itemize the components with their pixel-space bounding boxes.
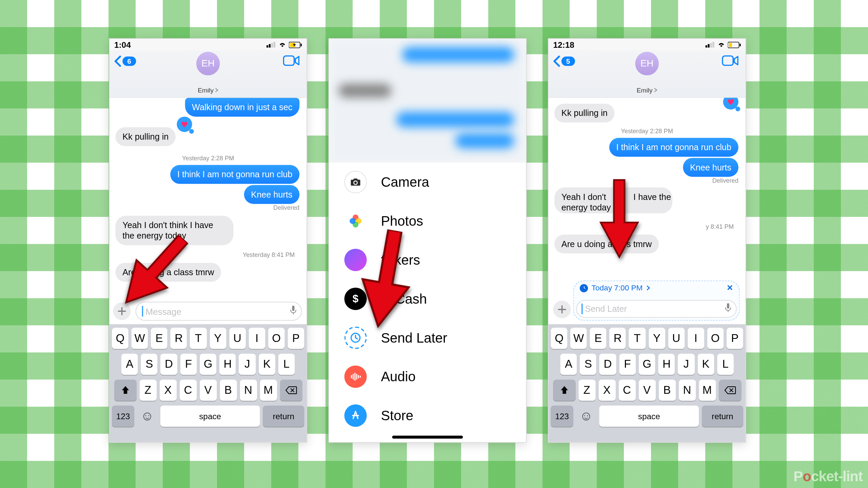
key-b[interactable]: B (220, 380, 237, 401)
contact-name-button[interactable]: Emily (198, 86, 218, 94)
key-i[interactable]: I (249, 328, 265, 349)
key-a[interactable]: A (121, 354, 138, 375)
return-key[interactable]: return (702, 406, 743, 427)
key-z[interactable]: Z (578, 380, 595, 401)
emoji-key[interactable]: ☺ (137, 406, 157, 427)
key-t[interactable]: T (629, 328, 646, 349)
key-z[interactable]: Z (139, 380, 156, 401)
menu-item-audio[interactable]: Audio (329, 357, 526, 396)
shift-key[interactable] (553, 380, 575, 401)
emoji-key[interactable]: ☺ (576, 406, 596, 427)
key-b[interactable]: B (658, 380, 675, 401)
key-q[interactable]: Q (551, 328, 568, 349)
backspace-key[interactable] (719, 380, 741, 401)
return-key[interactable]: return (263, 406, 304, 427)
key-h[interactable]: H (219, 354, 236, 375)
message-input[interactable]: Send Later (576, 300, 736, 318)
key-v[interactable]: V (638, 380, 655, 401)
key-p[interactable]: P (288, 328, 304, 349)
number-key[interactable]: 123 (112, 406, 134, 427)
plus-button[interactable] (553, 301, 571, 318)
space-key[interactable]: space (160, 406, 260, 427)
message-input[interactable]: Message (136, 302, 302, 321)
heart-reaction[interactable] (177, 117, 192, 132)
key-l[interactable]: L (717, 354, 734, 375)
plus-button[interactable] (113, 302, 131, 320)
key-v[interactable]: V (199, 380, 216, 401)
key-f[interactable]: F (619, 354, 636, 375)
message-incoming[interactable]: Kk pulling in (115, 127, 176, 146)
number-key[interactable]: 123 (551, 406, 573, 427)
home-indicator[interactable] (392, 436, 463, 439)
message-outgoing[interactable]: Knee hurts (683, 158, 738, 177)
message-outgoing[interactable]: I think I am not gonna run club (609, 138, 738, 157)
key-w[interactable]: W (570, 328, 587, 349)
facetime-button[interactable] (283, 55, 300, 68)
key-n[interactable]: N (240, 380, 257, 401)
key-w[interactable]: W (132, 328, 148, 349)
key-a[interactable]: A (560, 354, 577, 375)
key-p[interactable]: P (727, 328, 743, 349)
menu-item-photos[interactable]: Photos (329, 202, 526, 241)
key-c[interactable]: C (179, 380, 196, 401)
message-outgoing[interactable]: I think I am not gonna run club (170, 165, 299, 184)
shift-key[interactable] (114, 380, 136, 401)
menu-item-send-later[interactable]: Send Later (329, 318, 526, 357)
menu-item-store[interactable]: Store (329, 396, 526, 435)
back-button[interactable]: 5 (552, 55, 575, 67)
backspace-key[interactable] (280, 380, 302, 401)
cancel-schedule-button[interactable]: ✕ (727, 284, 733, 292)
key-f[interactable]: F (180, 354, 197, 375)
message-thread[interactable]: Kk pulling in Yesterday 2:28 PM I think … (549, 98, 746, 273)
key-m[interactable]: M (260, 380, 277, 401)
key-l[interactable]: L (278, 354, 295, 375)
key-y[interactable]: Y (210, 328, 226, 349)
key-k[interactable]: K (258, 354, 275, 375)
key-s[interactable]: S (141, 354, 158, 375)
key-d[interactable]: D (599, 354, 616, 375)
facetime-button[interactable] (722, 55, 738, 68)
key-h[interactable]: H (658, 354, 675, 375)
message-thread[interactable]: Walking down in just a sec Kk pulling in… (110, 98, 307, 299)
key-e[interactable]: E (590, 328, 607, 349)
key-o[interactable]: O (707, 328, 724, 349)
contact-name-button[interactable]: Emily (637, 86, 657, 94)
back-button[interactable]: 6 (113, 55, 136, 67)
key-m[interactable]: M (698, 380, 715, 401)
schedule-banner[interactable]: Today 7:00 PM ✕ (580, 284, 733, 292)
contact-avatar[interactable]: EH (196, 52, 220, 76)
key-j[interactable]: J (678, 354, 694, 375)
message-incoming[interactable]: Kk pulling in (554, 104, 615, 123)
key-k[interactable]: K (697, 354, 714, 375)
key-u[interactable]: U (229, 328, 246, 349)
key-c[interactable]: C (618, 380, 635, 401)
message-incoming[interactable]: Are u doing a s tmrw (554, 235, 659, 253)
key-e[interactable]: E (151, 328, 167, 349)
key-g[interactable]: G (200, 354, 216, 375)
message-incoming[interactable]: Areg a class tmrw (115, 263, 221, 282)
message-outgoing[interactable]: Knee hurts (244, 185, 299, 204)
key-r[interactable]: R (171, 328, 187, 349)
heart-reaction[interactable] (723, 98, 738, 109)
key-x[interactable]: X (159, 380, 176, 401)
key-t[interactable]: T (190, 328, 206, 349)
menu-item-stickers[interactable]: tickers (329, 241, 526, 280)
key-s[interactable]: S (580, 354, 596, 375)
key-i[interactable]: I (688, 328, 704, 349)
dictation-button[interactable] (290, 306, 296, 317)
message-outgoing[interactable]: Walking down in just a sec (185, 98, 299, 117)
key-j[interactable]: J (239, 354, 256, 375)
menu-item-apple-cash[interactable]: $ le Cash (329, 279, 526, 318)
message-incoming[interactable]: Yeah I don't think I have the energy tod… (115, 216, 233, 245)
key-u[interactable]: U (668, 328, 685, 349)
key-n[interactable]: N (678, 380, 695, 401)
key-o[interactable]: O (268, 328, 285, 349)
menu-item-camera[interactable]: Camera (329, 163, 526, 202)
key-d[interactable]: D (160, 354, 177, 375)
key-x[interactable]: X (598, 380, 615, 401)
space-key[interactable]: space (599, 406, 699, 427)
key-q[interactable]: Q (112, 328, 129, 349)
key-y[interactable]: Y (648, 328, 665, 349)
key-r[interactable]: R (609, 328, 626, 349)
contact-avatar[interactable]: EH (635, 52, 659, 76)
